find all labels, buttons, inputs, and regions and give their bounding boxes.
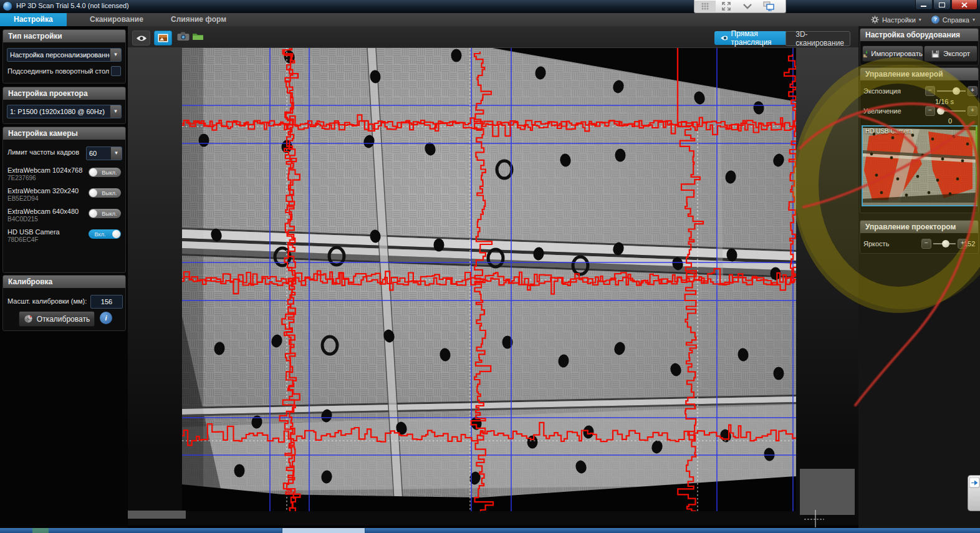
camera-thumbnail-image [863, 127, 976, 203]
tab-nastroyka[interactable]: Настройка [0, 13, 67, 26]
application-window: HP 3D Scan Trial 5.4.0 (not licensed) На… [0, 0, 980, 533]
eye-icon [136, 35, 147, 42]
projector-value: 1: P1500 (1920x1080 @ 60Hz) [7, 108, 110, 115]
camera-control-title: Управление камерой [860, 68, 978, 80]
camera-toggle-extrawebcam-1024[interactable]: Выкл. [89, 168, 121, 177]
calibration-scale-input[interactable] [90, 295, 123, 309]
camera-name: ExtraWebcam 320x240 [7, 187, 79, 194]
settings-menu[interactable]: Настройки ▾ [871, 16, 921, 24]
image-icon [158, 34, 168, 42]
zoom-slider[interactable]: − + [925, 106, 978, 115]
minus-button[interactable]: − [921, 239, 931, 249]
ghost-window-fragment [128, 511, 186, 519]
camera-id: 7E237696 [7, 175, 36, 181]
hardware-group: Настройка оборудования Импортировать Экс… [860, 28, 979, 65]
close-icon [961, 2, 968, 7]
chevron-down-icon: ▾ [919, 17, 921, 22]
camera-icon [177, 32, 190, 41]
live-stream-button[interactable]: Прямая трансляция [714, 31, 787, 45]
brightness-value: 152 [964, 240, 975, 247]
snapshot-button[interactable] [177, 32, 190, 41]
scan-3d-button[interactable]: 3D-сканирование [785, 31, 850, 46]
settings-label: Настройки [882, 16, 916, 24]
camera-id: EB5E2D94 [7, 195, 38, 202]
calibration-group: Калибровка Масшт. калибровки (мм): Откал… [2, 275, 126, 331]
setup-type-dropdown[interactable]: Настройка персонализированного ст ▾ [7, 48, 122, 62]
camera-toggle-hd-usb[interactable]: Вкл. [89, 229, 121, 239]
open-folder-button[interactable] [192, 32, 204, 41]
slider-knob[interactable] [937, 107, 944, 115]
calibrate-button[interactable]: Откалибровать [19, 311, 95, 327]
start-orb-fragment[interactable] [32, 528, 49, 533]
viewport-area: Прямая трансляция 3D-сканирование [128, 26, 858, 526]
fps-limit-value: 60 [87, 150, 110, 157]
remote-session-toolbar [694, 0, 786, 13]
camera-name: ExtraWebcam 1024x768 [7, 166, 82, 174]
minus-button[interactable]: − [925, 106, 935, 116]
minimize-icon [921, 6, 926, 7]
info-button[interactable]: i [100, 312, 112, 324]
camera-toggle-extrawebcam-640[interactable]: Выкл. [89, 209, 121, 218]
help-menu[interactable]: ? Справка ▾ [931, 16, 975, 24]
toggle-state: Выкл. [98, 211, 121, 217]
thumbnail-green-edge [976, 127, 978, 205]
chevron-down-icon[interactable] [737, 1, 758, 12]
exposure-slider[interactable]: − + [925, 86, 978, 95]
fps-limit-dropdown[interactable]: 60 ▾ [86, 146, 122, 160]
calibrate-icon [24, 314, 33, 324]
calibration-title: Калибровка [3, 276, 125, 288]
projector-control-group: Управление проектором Яркость − + 152 [860, 220, 979, 254]
help-icon: ? [931, 16, 939, 24]
grid-menu-icon[interactable] [694, 1, 716, 12]
camera-name: HD USB Camera [7, 228, 60, 236]
tab-skanirovanie[interactable]: Сканирование [76, 13, 157, 26]
gear-icon [871, 16, 879, 24]
camera-thumbnail[interactable]: HD USB Camera [862, 125, 978, 206]
monitors-icon[interactable] [758, 1, 779, 12]
taskbar-active-button[interactable] [282, 528, 365, 533]
plus-button[interactable]: + [968, 86, 978, 96]
export-button[interactable]: Экспорт [924, 46, 978, 62]
slider-knob[interactable] [942, 240, 949, 247]
window-titlebar: HP 3D Scan Trial 5.4.0 (not licensed) [0, 0, 980, 14]
fps-limit-label: Лимит частоты кадров [7, 148, 79, 156]
toggle-knob [89, 209, 97, 218]
calibrate-label: Откалибровать [37, 315, 90, 324]
plus-button[interactable]: + [968, 106, 978, 116]
slider-knob[interactable] [953, 87, 960, 95]
camera-thumbnail-label: HD USB Camera [865, 128, 913, 135]
chevron-down-icon: ▾ [110, 49, 121, 61]
camera-setup-title: Настройка камеры [3, 127, 125, 140]
tab-sliyanie-form[interactable]: Слияние форм [157, 13, 240, 26]
minus-button[interactable]: − [925, 86, 935, 96]
exposure-label: Экспозиция [863, 87, 901, 95]
fullscreen-icon[interactable] [716, 1, 737, 12]
exposure-value: 1/16 s [935, 98, 954, 105]
folder-icon [192, 32, 204, 41]
scan-3d-label: 3D-сканирование [795, 30, 844, 47]
brightness-slider[interactable]: − + [921, 239, 968, 248]
camera-name: ExtraWebcam 640x480 [7, 208, 79, 215]
projector-dropdown[interactable]: 1: P1500 (1920x1080 @ 60Hz) ▾ [7, 105, 122, 118]
toggle-knob [89, 189, 97, 197]
turntable-checkbox[interactable] [111, 66, 121, 76]
image-view-button[interactable] [154, 31, 172, 46]
camera-toggle-extrawebcam-320[interactable]: Выкл. [89, 188, 121, 198]
maximize-button[interactable] [933, 0, 951, 10]
close-button[interactable] [951, 0, 978, 10]
zoom-value: 0 [948, 117, 952, 125]
import-button[interactable]: Импортировать [862, 46, 923, 62]
remote-side-handle[interactable] [968, 475, 980, 511]
toggle-knob [112, 230, 120, 238]
brightness-label: Яркость [863, 240, 889, 247]
setup-type-value: Настройка персонализированного ст [7, 51, 110, 59]
camera-control-group: Управление камерой Экспозиция − + 1/16 s… [860, 67, 979, 213]
minimize-button[interactable] [915, 0, 933, 10]
turntable-label: Подсоединить поворотный стол [7, 67, 109, 75]
import-icon [863, 50, 867, 58]
eye-view-button[interactable] [132, 31, 150, 46]
hardware-sidebar: Настройка оборудования Импортировать Экс… [858, 26, 980, 528]
windows-taskbar[interactable] [0, 528, 980, 533]
toggle-knob [89, 168, 97, 176]
window-title: HP 3D Scan Trial 5.4.0 (not licensed) [16, 2, 129, 9]
